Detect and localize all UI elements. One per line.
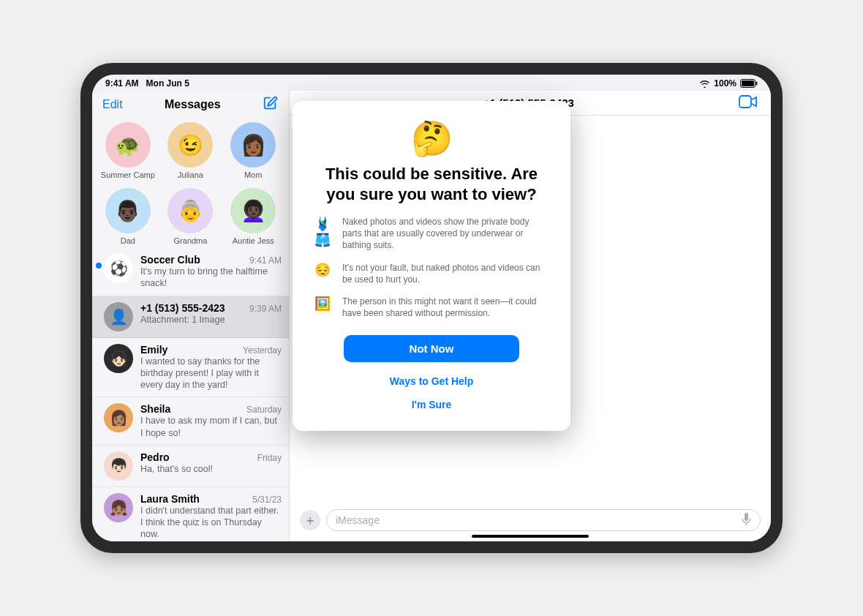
modal-title: This could be sensitive. Are you sure yo… [313,164,550,204]
conversation-item[interactable]: 👦🏻 Pedro Friday Ha, that's so cool! [92,446,289,487]
conversation-preview: I didn't understand that part either. I … [140,505,282,541]
conversation-preview: Attachment: 1 Image [140,314,282,326]
battery-percent: 100% [714,78,736,89]
conversation-time: 9:41 AM [249,255,282,266]
modal-bullet: 🖼️The person in this might not want it s… [313,296,550,319]
wifi-icon [699,80,710,88]
battery-icon [740,79,758,88]
conversation-item[interactable]: 👤 +1 (513) 555-2423 9:39 AM Attachment: … [92,296,289,338]
attach-button[interactable]: ＋ [300,510,320,530]
conversation-name: Soccer Club [140,254,200,266]
avatar: ⚽ [104,254,133,283]
modal-bullet: 😔It's not your fault, but naked photos a… [313,262,550,285]
avatar: 👩🏽 [104,403,133,432]
pinned-contact[interactable]: 👩🏾Mom [225,122,281,179]
facetime-button[interactable] [739,95,758,110]
svg-rect-2 [756,82,758,86]
avatar: 👧🏽 [104,493,133,522]
conversation-name: +1 (513) 555-2423 [140,302,225,314]
conversation-name: Pedro [140,451,170,463]
status-date: Mon Jun 5 [146,78,189,89]
conversation-item[interactable]: 👩🏽 Sheila Saturday I have to ask my mom … [92,397,289,446]
conversation-name: Laura Smith [140,493,200,505]
svg-rect-4 [745,513,748,521]
conversation-preview: I wanted to say thanks for the birthday … [140,356,282,391]
pinned-label: Auntie Jess [233,236,274,245]
pinned-label: Mom [244,170,262,179]
pinned-label: Juliana [178,170,203,179]
pinned-contact[interactable]: 👨🏿Dad [100,188,156,245]
conversation-list: ⚽ Soccer Club 9:41 AM It's my turn to br… [92,248,289,541]
conversation-time: Friday [257,453,282,463]
im-sure-button[interactable]: I'm Sure [407,394,456,415]
avatar: 👩🏿‍🦱 [230,188,276,233]
avatar: 👦🏻 [104,451,133,481]
ways-to-get-help-button[interactable]: Ways to Get Help [385,371,478,391]
message-input[interactable]: iMessage [326,509,761,531]
modal-emoji: 🤔 [313,119,550,158]
modal-bullet: 🩱🩳Naked photos and videos show the priva… [313,216,550,252]
unread-dot [96,263,102,268]
pinned-label: Dad [121,236,135,245]
avatar: 👩🏾 [230,122,276,168]
message-placeholder: iMessage [336,514,380,526]
mic-icon[interactable] [742,513,751,528]
pinned-contact[interactable]: 👵Grandma [162,188,218,245]
conversation-time: 9:39 AM [249,304,282,314]
sidebar-title: Messages [165,98,221,111]
conversation-preview: It's my turn to bring the halftime snack… [140,266,282,290]
home-indicator [472,535,589,538]
avatar: 🐢 [105,122,151,168]
conversation-item[interactable]: ⚽ Soccer Club 9:41 AM It's my turn to br… [92,248,289,296]
bullet-icon: 🩱🩳 [313,216,332,248]
conversation-name: Emily [140,344,167,356]
conversation-preview: I have to ask my mom if I can, but I hop… [140,415,282,439]
conversation-preview: Ha, that's so cool! [140,463,282,475]
bullet-icon: 😔 [313,262,332,278]
status-bar: 9:41 AM Mon Jun 5 100% [92,75,771,91]
bullet-text: Naked photos and videos show the private… [342,216,550,252]
conversation-name: Sheila [140,403,170,415]
avatar: 👨🏿 [105,188,151,233]
bullet-text: It's not your fault, but naked photos an… [342,262,550,285]
svg-rect-3 [739,96,751,108]
ipad-frame: 9:41 AM Mon Jun 5 100% Edit Messages [80,63,783,553]
pinned-contact[interactable]: 😉Juliana [162,122,218,179]
not-now-button[interactable]: Not Now [344,335,519,362]
avatar: 👧🏻 [104,344,133,373]
pinned-contact[interactable]: 🐢Summer Camp [100,122,156,179]
edit-button[interactable]: Edit [102,98,123,111]
conversation-time: Saturday [246,405,282,415]
screen: 9:41 AM Mon Jun 5 100% Edit Messages [92,75,771,541]
status-time: 9:41 AM [105,78,139,89]
sidebar: Edit Messages 🐢Summer Camp😉Juliana👩🏾Mom👨… [92,91,290,541]
avatar: 😉 [167,122,213,168]
conversation-time: Yesterday [243,345,282,356]
conversation-time: 5/31/23 [252,495,282,505]
pinned-label: Summer Camp [101,170,155,179]
avatar: 👤 [104,302,133,331]
conversation-item[interactable]: 👧🏻 Emily Yesterday I wanted to say thank… [92,338,289,398]
pinned-label: Grandma [174,236,208,245]
bullet-icon: 🖼️ [313,296,332,312]
bullet-text: The person in this might not want it see… [342,296,550,319]
pinned-contact[interactable]: 👩🏿‍🦱Auntie Jess [225,188,281,245]
avatar: 👵 [167,188,213,233]
conversation-item[interactable]: 👧🏽 Laura Smith 5/31/23 I didn't understa… [92,487,289,541]
sensitive-content-modal: 🤔 This could be sensitive. Are you sure … [293,101,570,431]
compose-button[interactable] [263,95,279,113]
svg-rect-1 [742,80,754,86]
